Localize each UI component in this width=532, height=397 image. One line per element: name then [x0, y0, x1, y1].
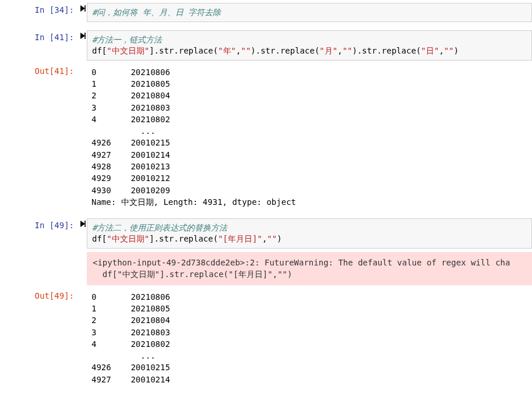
in-prompt-34: In [34]:	[0, 3, 79, 15]
code-string: "中文日期"	[107, 234, 149, 243]
code-string: ""	[444, 46, 454, 55]
cell-in-41: In [41]: #方法一，链式方法 df["中文日期"].str.replac…	[0, 30, 532, 61]
code-segment: df[	[92, 46, 107, 55]
svg-rect-1	[84, 5, 86, 12]
svg-marker-4	[80, 221, 85, 227]
code-segment: ,	[439, 46, 443, 55]
run-icon[interactable]	[79, 218, 87, 227]
cell-out-41: Out[41]: 0 20210806 1 20210805 2 2021080…	[0, 64, 532, 211]
code-string: "日"	[421, 46, 439, 55]
warning-49: <ipython-input-49-2d738cdde2eb>:2: Futur…	[87, 252, 532, 285]
out-prompt-41: Out[41]:	[0, 64, 79, 76]
code-segment: ].str.replace(	[149, 46, 218, 55]
run-icon[interactable]	[79, 3, 87, 12]
in-prompt-49: In [49]:	[0, 218, 79, 230]
code-segment: )	[277, 234, 281, 243]
empty-prompt	[0, 252, 79, 254]
code-input-34[interactable]: #问，如何将 年、月、日 字符去除	[87, 3, 532, 22]
svg-marker-0	[80, 5, 85, 12]
code-string: ""	[267, 234, 277, 243]
code-segment: ).str.replace(	[251, 46, 319, 55]
code-segment: ].str.replace(	[149, 234, 218, 243]
output-49: 0 20210806 1 20210805 2 20210804 3 20210…	[87, 289, 532, 388]
code-comment: #方法一，链式方法	[92, 35, 162, 44]
code-string: "月"	[319, 46, 337, 55]
svg-rect-3	[84, 33, 86, 39]
svg-rect-5	[84, 221, 86, 227]
cell-warning-49: <ipython-input-49-2d738cdde2eb>:2: Futur…	[0, 252, 532, 285]
code-string: "年"	[218, 46, 236, 55]
code-comment: #问，如何将 年、月、日 字符去除	[92, 8, 221, 17]
run-icon[interactable]	[79, 30, 87, 39]
code-segment: df[	[92, 234, 107, 243]
svg-marker-2	[80, 33, 85, 39]
code-input-49[interactable]: #方法二，使用正则表达式的替换方法 df["中文日期"].str.replace…	[87, 218, 532, 249]
code-string: "[年月日]"	[218, 234, 262, 243]
code-string: "中文日期"	[107, 46, 149, 55]
cell-in-49: In [49]: #方法二，使用正则表达式的替换方法 df["中文日期"].st…	[0, 218, 532, 249]
code-comment: #方法二，使用正则表达式的替换方法	[92, 223, 227, 232]
out-prompt-49: Out[49]:	[0, 289, 79, 300]
code-segment: )	[454, 46, 459, 55]
in-prompt-41: In [41]:	[0, 30, 79, 42]
code-segment: ).str.replace(	[353, 46, 421, 55]
output-41: 0 20210806 1 20210805 2 20210804 3 20210…	[87, 64, 532, 211]
code-string: ""	[241, 46, 251, 55]
cell-in-34: In [34]: #问，如何将 年、月、日 字符去除	[0, 3, 532, 22]
cell-out-49: Out[49]: 0 20210806 1 20210805 2 2021080…	[0, 289, 532, 388]
code-segment: ,	[337, 46, 342, 55]
code-string: ""	[343, 46, 353, 55]
code-input-41[interactable]: #方法一，链式方法 df["中文日期"].str.replace("年","")…	[87, 30, 532, 61]
